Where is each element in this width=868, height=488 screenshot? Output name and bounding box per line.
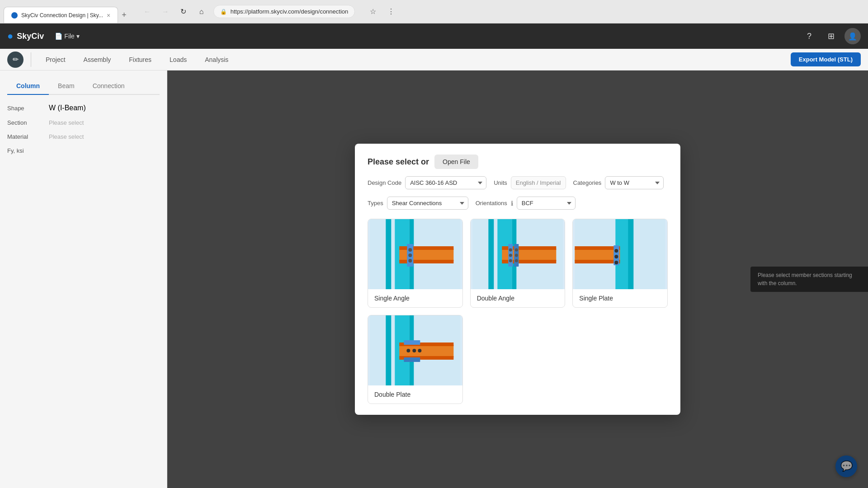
main-area: Column Beam Connection Shape W (I-Beam) …: [0, 70, 868, 488]
svg-point-33: [615, 249, 618, 253]
single-angle-label: Single Angle: [368, 289, 462, 307]
categories-select[interactable]: W to W: [605, 176, 664, 189]
connections-grid: Single Angle: [368, 219, 668, 404]
tab-close-button[interactable]: ×: [107, 12, 110, 19]
fy-field: Fy, ksi: [7, 147, 160, 154]
browser-actions: ☆ ⋮: [366, 5, 402, 19]
modal-header: Please select or Open File: [355, 144, 680, 176]
svg-point-9: [408, 253, 412, 257]
svg-rect-43: [404, 340, 420, 345]
shape-field: Shape W (I-Beam): [7, 104, 160, 112]
modal-body: Design Code AISC 360-16 ASD Units Englis…: [355, 176, 680, 415]
logo-icon: ●: [7, 30, 13, 42]
file-label: File: [64, 33, 75, 40]
svg-point-20: [509, 249, 512, 252]
new-tab-button[interactable]: +: [118, 7, 130, 23]
single-angle-image: [368, 219, 462, 289]
section-field: Section Please select: [7, 119, 160, 126]
types-select[interactable]: Shear Connections: [387, 197, 468, 210]
shape-label: Shape: [7, 105, 43, 112]
star-button[interactable]: ☆: [366, 5, 380, 19]
toolbar: ✏ Project Assembly Fixtures Loads Analys…: [0, 49, 868, 70]
apps-button[interactable]: ⋮: [384, 5, 398, 19]
material-field: Material Please select: [7, 133, 160, 140]
address-bar[interactable]: 🔒 https://platform.skyciv.com/design/con…: [213, 5, 355, 18]
file-menu-button[interactable]: 📄 File ▾: [49, 30, 85, 42]
url-text: https://platform.skyciv.com/design/conne…: [231, 8, 349, 15]
sidebar-tab-column[interactable]: Column: [7, 78, 49, 95]
fy-label: Fy, ksi: [7, 147, 43, 154]
orientations-info-icon[interactable]: ℹ: [511, 200, 513, 207]
connection-select-modal: Please select or Open File Design Code A…: [355, 144, 680, 415]
section-value: Please select: [49, 119, 84, 126]
svg-rect-2: [386, 219, 391, 289]
types-group: Types Shear Connections: [368, 197, 468, 210]
design-code-group: Design Code AISC 360-16 ASD: [368, 176, 486, 189]
double-angle-card[interactable]: Double Angle: [470, 219, 566, 308]
open-file-button[interactable]: Open File: [434, 155, 478, 169]
svg-point-21: [509, 254, 512, 257]
svg-point-34: [615, 255, 618, 258]
browser-tabs: SkyCiv Connection Design | Sky... × +: [0, 0, 134, 23]
pencil-button[interactable]: ✏: [7, 52, 24, 68]
app: ● SkyCiv 📄 File ▾ ? ⊞ 👤 ✏ Project Assemb…: [0, 23, 868, 488]
shape-value: W (I-Beam): [49, 104, 86, 112]
svg-point-25: [514, 259, 518, 263]
content-area: Please select member sections starting w…: [167, 70, 868, 488]
units-group: Units English / Imperial: [494, 176, 566, 189]
svg-rect-38: [386, 315, 391, 385]
lock-icon: 🔒: [220, 9, 227, 15]
units-label: Units: [494, 179, 507, 186]
active-tab[interactable]: SkyCiv Connection Design | Sky... ×: [4, 7, 118, 23]
tab-assembly[interactable]: Assembly: [76, 52, 118, 67]
sidebar-tabs: Column Beam Connection: [7, 78, 160, 95]
file-chevron-icon: ▾: [76, 33, 80, 40]
apps-grid-button[interactable]: ⊞: [823, 28, 839, 44]
orientations-select[interactable]: BCF: [517, 197, 576, 210]
svg-point-10: [408, 259, 412, 263]
double-plate-card[interactable]: Double Plate: [368, 315, 463, 404]
tab-analysis[interactable]: Analysis: [198, 52, 236, 67]
types-label: Types: [368, 200, 383, 206]
sidebar-tab-connection[interactable]: Connection: [84, 78, 134, 95]
filters-row: Design Code AISC 360-16 ASD Units Englis…: [368, 176, 668, 210]
section-label: Section: [7, 119, 43, 126]
sidebar-tab-beam[interactable]: Beam: [49, 78, 84, 95]
units-value: English / Imperial: [511, 176, 566, 189]
logo: ● SkyCiv: [7, 30, 44, 42]
material-label: Material: [7, 133, 43, 140]
svg-point-45: [406, 349, 410, 352]
svg-point-23: [514, 249, 518, 252]
file-icon: 📄: [55, 33, 62, 40]
tab-project[interactable]: Project: [38, 52, 73, 67]
sidebar: Column Beam Connection Shape W (I-Beam) …: [0, 70, 167, 488]
design-code-select[interactable]: AISC 360-16 ASD: [405, 176, 486, 189]
svg-rect-44: [404, 357, 420, 362]
back-button[interactable]: ←: [141, 5, 154, 18]
user-avatar[interactable]: 👤: [844, 28, 861, 44]
svg-point-47: [418, 349, 421, 352]
forward-button[interactable]: →: [159, 5, 172, 18]
double-plate-label: Double Plate: [368, 385, 462, 404]
tab-favicon: [11, 12, 18, 19]
browser-controls: ← → ↻ ⌂ 🔒 https://platform.skyciv.com/de…: [134, 5, 410, 19]
help-button[interactable]: ?: [801, 28, 817, 44]
svg-rect-13: [488, 219, 494, 289]
orientations-label: Orientations: [476, 200, 507, 206]
single-angle-card[interactable]: Single Angle: [368, 219, 463, 308]
logo-text: SkyCiv: [17, 32, 44, 41]
svg-rect-29: [575, 249, 620, 261]
svg-rect-30: [575, 246, 620, 250]
svg-point-8: [408, 248, 412, 252]
categories-group: Categories W to W: [573, 176, 664, 189]
single-plate-image: [573, 219, 667, 289]
tab-fixtures[interactable]: Fixtures: [122, 52, 159, 67]
home-button[interactable]: ⌂: [195, 5, 208, 18]
svg-rect-31: [575, 260, 620, 263]
browser-chrome: SkyCiv Connection Design | Sky... × + ← …: [0, 0, 868, 23]
export-model-button[interactable]: Export Model (STL): [791, 52, 861, 66]
single-plate-card[interactable]: Single Plate: [572, 219, 668, 308]
refresh-button[interactable]: ↻: [177, 5, 190, 18]
tab-loads[interactable]: Loads: [162, 52, 194, 67]
tab-label: SkyCiv Connection Design | Sky...: [21, 12, 103, 19]
